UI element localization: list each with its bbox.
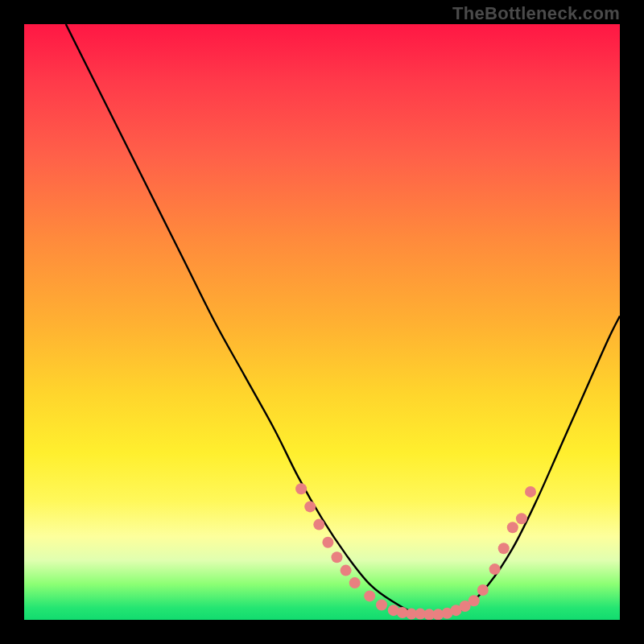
curve-marker [469, 595, 480, 606]
curve-marker [477, 584, 489, 596]
curve-marker [349, 577, 361, 588]
curve-markers [295, 483, 536, 620]
curve-marker [304, 501, 316, 512]
curve-marker [376, 600, 387, 611]
curve-marker [341, 565, 352, 576]
curve-marker [525, 486, 536, 497]
chart-frame: TheBottleneck.com [0, 0, 644, 644]
curve-marker [332, 551, 343, 563]
plot-area [24, 24, 620, 620]
curve-marker [313, 519, 324, 530]
watermark-text: TheBottleneck.com [452, 3, 620, 24]
curve-marker [507, 522, 518, 533]
curve-marker [364, 590, 375, 601]
curve-marker [516, 513, 527, 524]
bottleneck-curve [66, 24, 620, 615]
curve-marker [498, 543, 510, 554]
curve-marker [489, 564, 501, 575]
curve-marker [295, 483, 307, 494]
chart-svg [24, 24, 620, 620]
curve-marker [322, 537, 333, 548]
